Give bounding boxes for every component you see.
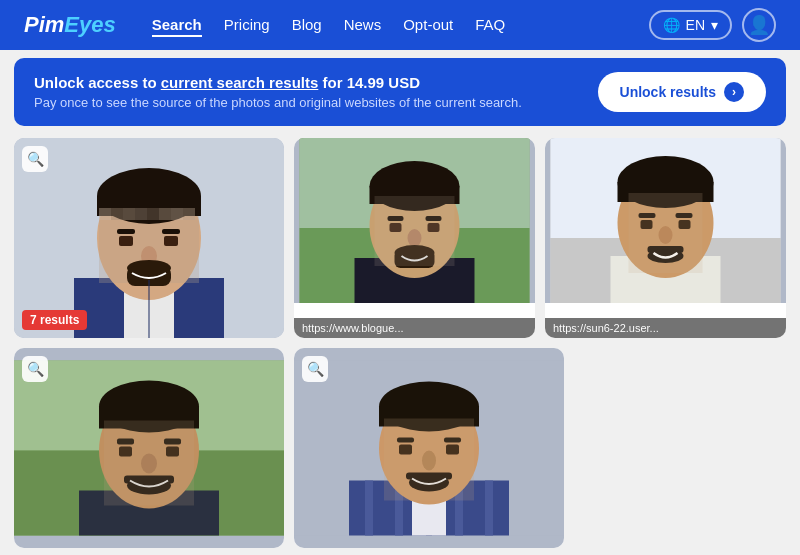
svg-rect-86 xyxy=(384,419,474,501)
arrow-icon: › xyxy=(724,82,744,102)
results-grid: 🔍 7 results xyxy=(0,138,800,555)
nav-optout[interactable]: Opt-out xyxy=(403,14,453,37)
header-right: 🌐 EN ▾ 👤 xyxy=(649,8,776,42)
svg-rect-9 xyxy=(117,229,135,234)
user-account-button[interactable]: 👤 xyxy=(742,8,776,42)
chevron-down-icon: ▾ xyxy=(711,17,718,33)
nav-faq[interactable]: FAQ xyxy=(475,14,505,37)
face-image-2 xyxy=(294,138,535,303)
svg-rect-67 xyxy=(104,421,194,506)
image-search-icon: 🔍 xyxy=(27,151,44,167)
svg-rect-17 xyxy=(135,208,147,220)
card-icon-1: 🔍 xyxy=(22,146,48,172)
url-badge-3: https://sun6-22.user... xyxy=(545,318,786,338)
user-icon: 👤 xyxy=(748,14,770,36)
svg-rect-8 xyxy=(164,236,178,246)
svg-rect-10 xyxy=(162,229,180,234)
face-image-3 xyxy=(545,138,786,303)
image-search-icon-5: 🔍 xyxy=(307,361,324,377)
svg-rect-52 xyxy=(629,193,703,273)
unlock-results-button[interactable]: Unlock results › xyxy=(598,72,766,112)
main-nav: Search Pricing Blog News Opt-out FAQ xyxy=(152,14,625,37)
logo[interactable]: PimEyes xyxy=(24,12,116,38)
result-card-2[interactable]: https://www.blogue... xyxy=(294,138,535,338)
nav-blog[interactable]: Blog xyxy=(292,14,322,37)
svg-rect-21 xyxy=(183,208,195,220)
result-card-1[interactable]: 🔍 7 results xyxy=(14,138,284,338)
svg-rect-15 xyxy=(111,208,123,220)
nav-search[interactable]: Search xyxy=(152,14,202,37)
results-count-badge: 7 results xyxy=(22,310,87,330)
svg-rect-18 xyxy=(147,208,159,220)
lang-label: EN xyxy=(686,17,705,33)
svg-rect-14 xyxy=(99,208,111,220)
banner-text: Unlock access to current search results … xyxy=(34,74,522,110)
svg-rect-7 xyxy=(119,236,133,246)
svg-rect-37 xyxy=(375,196,455,266)
result-card-5[interactable]: 🔍 xyxy=(294,348,564,548)
svg-rect-20 xyxy=(171,208,183,220)
banner-link[interactable]: current search results xyxy=(161,74,319,91)
unlock-banner: Unlock access to current search results … xyxy=(14,58,786,126)
language-button[interactable]: 🌐 EN ▾ xyxy=(649,10,732,40)
globe-icon: 🌐 xyxy=(663,17,680,33)
result-card-4[interactable]: 🔍 xyxy=(14,348,284,548)
url-badge-2: https://www.blogue... xyxy=(294,318,535,338)
svg-rect-19 xyxy=(159,208,171,220)
result-card-3[interactable]: https://sun6-22.user... xyxy=(545,138,786,338)
main-header: PimEyes Search Pricing Blog News Opt-out… xyxy=(0,0,800,50)
banner-heading: Unlock access to current search results … xyxy=(34,74,522,91)
svg-rect-16 xyxy=(123,208,135,220)
banner-subtext: Pay once to see the source of the photos… xyxy=(34,95,522,110)
nav-news[interactable]: News xyxy=(344,14,382,37)
bottom-row: 🔍 xyxy=(14,348,786,548)
face-image-1 xyxy=(14,138,284,338)
face-image-4 xyxy=(14,348,284,548)
card-icon-4: 🔍 xyxy=(22,356,48,382)
nav-pricing[interactable]: Pricing xyxy=(224,14,270,37)
face-image-5 xyxy=(294,348,564,548)
image-search-icon-4: 🔍 xyxy=(27,361,44,377)
card-icon-5: 🔍 xyxy=(302,356,328,382)
